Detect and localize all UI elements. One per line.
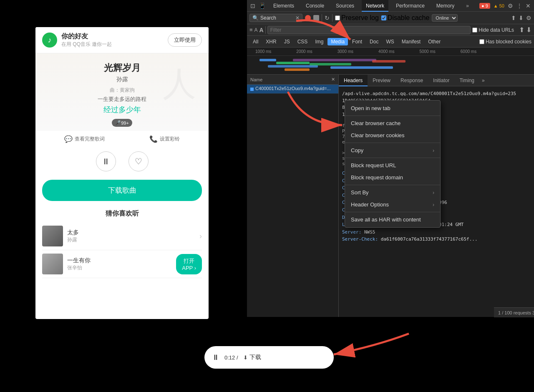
playback-controls: ⏸ ♡ (35, 147, 209, 176)
type-filter-bar: All XHR JS CSS Img Media Font Doc WS Man… (247, 36, 534, 48)
filter-icon[interactable]: ≡ (249, 27, 253, 33)
timeline-ruler: 1000 ms 2000 ms 3000 ms 4000 ms 5000 ms … (247, 48, 534, 56)
type-js[interactable]: JS (281, 38, 293, 45)
tab-console[interactable]: Console (302, 0, 328, 12)
lyrics-icon: 💬 (64, 135, 73, 143)
panel-tab-preview[interactable]: Preview (368, 75, 395, 86)
chevron-right-icon: › (199, 232, 202, 241)
open-app-button[interactable]: 打开APP › (176, 254, 202, 274)
timeline-bar (259, 59, 276, 61)
ctx-block-domain-label: Block request domain (351, 174, 403, 181)
error-badge: ● 9 (479, 3, 490, 9)
type-xhr[interactable]: XHR (262, 38, 280, 45)
ctx-block-url-label: Block request URL (351, 162, 396, 168)
rec-name-2: 一生有你 (67, 257, 176, 264)
download-button[interactable]: 下载歌曲 (42, 180, 202, 201)
audio-pause-icon[interactable]: ⏸ (212, 353, 219, 362)
text-size-icon-2[interactable]: A (259, 27, 264, 33)
search-icon: 🔍 (252, 15, 259, 21)
song-lyric: 一生要走多远的路程 (42, 95, 202, 103)
tab-memory[interactable]: Memory (432, 0, 458, 12)
hide-urls-checkbox[interactable]: Hide data URLs (472, 27, 514, 33)
tab-network[interactable]: Network (362, 0, 388, 12)
mobile-app: ♪ 你的好友 在用 QQ音乐 邀你一起 立即使用 人 光辉岁月 孙露 曲：黄家驹… (35, 27, 209, 319)
ctx-sort-arrow: › (433, 190, 434, 196)
import-icon[interactable]: ⬆ (511, 15, 516, 21)
warning-badge: ▲ 50 (494, 3, 504, 8)
app-header: ♪ 你的好友 在用 QQ音乐 邀你一起 立即使用 (35, 27, 209, 53)
import-traffic-icon[interactable]: ⬆ (519, 26, 524, 34)
ctx-header-options[interactable]: Header Options › (345, 199, 440, 211)
arrow-to-audio (292, 325, 417, 369)
file-color-indicator (250, 88, 254, 91)
song-section: 人 光辉岁月 孙露 曲：黄家驹 一生要走多远的路程 经过多少年 🎤 99+ (35, 53, 209, 131)
search-input[interactable] (260, 15, 294, 21)
lyrics-btn[interactable]: 💬 查看完整歌词 (64, 135, 105, 143)
timeline-bar (330, 66, 393, 69)
type-other[interactable]: Other (425, 38, 444, 45)
panel-tab-response[interactable]: Response (395, 75, 428, 86)
panel-tab-timing[interactable]: Timing (454, 75, 479, 86)
status-bar: 1 / 100 requests 3.1 MB / 3.4 MB tr... (494, 307, 534, 317)
pause-button[interactable]: ⏸ (96, 151, 116, 171)
list-item[interactable]: 一生有你 张辛怡 打开APP › (42, 250, 202, 278)
tab-performance[interactable]: Performance (392, 0, 429, 12)
cursor-icon: ⊡ (250, 3, 255, 9)
ctx-save-har[interactable]: Save all as HAR with content (345, 214, 440, 226)
export-icon[interactable]: ⬇ (519, 15, 524, 21)
timeline-bar (285, 68, 310, 71)
type-manifest[interactable]: Manifest (398, 38, 424, 45)
ctx-separator-2 (345, 143, 440, 143)
use-button[interactable]: 立即使用 (168, 33, 202, 47)
status-text: 1 / 100 requests 3.1 MB / 3.4 MB tr... (498, 310, 534, 315)
rec-name-1: 太多 (67, 229, 199, 236)
ruler-5000: 5000 ms (419, 49, 435, 54)
disable-cache-checkbox[interactable]: Disable cache (381, 14, 430, 22)
list-item[interactable]: 太多 孙露 › (42, 222, 202, 250)
header-server: Server: NWS5 (342, 229, 531, 236)
recommend-title: 猜你喜欢听 (42, 209, 202, 218)
ctx-sort-by-label: Sort By (351, 189, 369, 196)
has-blocked-checkbox[interactable]: Has blocked cookies (479, 39, 531, 45)
close-devtools-icon[interactable]: ✕ (526, 3, 531, 9)
ringtone-label: 设置彩铃 (160, 136, 180, 143)
rec-info-1: 太多 孙露 (67, 229, 199, 244)
app-friend-label: 你的好友 (61, 32, 168, 41)
type-all[interactable]: All (249, 38, 262, 45)
hide-urls-label: Hide data URLs (479, 27, 514, 33)
header-server-check: Server-Check: da61f6007ca76a31333f743771… (342, 236, 531, 243)
song-artist: 孙露 (42, 76, 202, 83)
ctx-block-domain[interactable]: Block request domain (345, 171, 440, 183)
settings-network-icon[interactable]: ⚙ (526, 15, 531, 21)
ctx-copy-arrow: › (433, 148, 434, 153)
more-icon[interactable]: ⋮ (516, 3, 522, 9)
type-ws[interactable]: WS (383, 38, 397, 45)
tab-elements[interactable]: Elements (269, 0, 298, 12)
rec-thumb-1 (42, 226, 63, 246)
audio-time: 0:12 / (224, 354, 238, 361)
tab-more[interactable]: » (462, 0, 473, 12)
th-close[interactable]: ✕ (328, 77, 338, 82)
audio-download-area[interactable]: ⬇ 下载 (243, 354, 261, 361)
ctx-separator-5 (345, 212, 440, 212)
text-size-icon[interactable]: A (254, 27, 258, 33)
mic-badge: 🎤 99+ (112, 119, 132, 127)
disable-cache-label: Disable cache (388, 14, 430, 22)
settings-icon[interactable]: ⚙ (508, 3, 513, 9)
export-traffic-icon[interactable]: ⬇ (526, 26, 531, 34)
favorite-button[interactable]: ♡ (128, 151, 149, 171)
app-header-text: 你的好友 在用 QQ音乐 邀你一起 (61, 32, 168, 48)
ruler-4000: 4000 ms (378, 49, 394, 54)
download-icon: ⬇ (243, 354, 248, 361)
app-logo: ♪ (42, 33, 57, 48)
panel-more-icon[interactable]: » (482, 78, 485, 83)
ringtone-btn[interactable]: 📞 设置彩铃 (149, 135, 180, 143)
arrow-to-item (284, 83, 367, 139)
ctx-sort-by[interactable]: Sort By › (345, 186, 440, 199)
ctx-block-url[interactable]: Block request URL (345, 159, 440, 171)
tab-sources[interactable]: Sources (332, 0, 358, 12)
th-name: Name (247, 77, 328, 82)
panel-tab-initiator[interactable]: Initiator (428, 75, 454, 86)
throttle-select[interactable]: Online (432, 14, 458, 22)
ctx-copy[interactable]: Copy › (345, 144, 440, 156)
